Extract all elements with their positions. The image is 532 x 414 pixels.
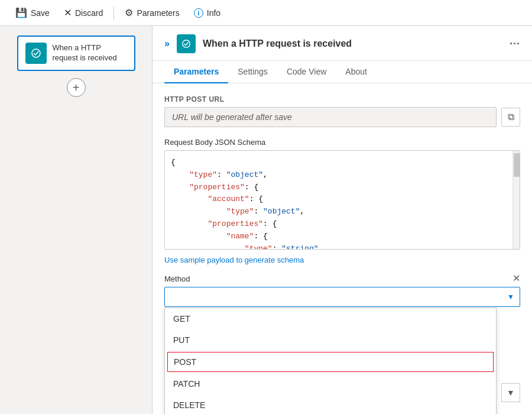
save-button[interactable]: 💾 Save xyxy=(9,4,56,22)
content-area: HTTP POST URL URL will be generated afte… xyxy=(153,83,532,414)
code-editor[interactable]: { "type": "object", "properties": { "acc… xyxy=(164,150,520,250)
method-section: Method ✕ ▼ GET PUT POS xyxy=(164,274,520,307)
parameters-icon: ⚙ xyxy=(125,7,133,18)
panel-header-icon xyxy=(177,34,196,53)
panel-header: » When a HTTP request is received ··· xyxy=(153,26,532,61)
svg-point-0 xyxy=(32,49,40,57)
toolbar-divider xyxy=(113,6,114,20)
save-icon: 💾 xyxy=(15,7,27,18)
svg-point-1 xyxy=(183,40,190,48)
chevron-down-icon: ▼ xyxy=(507,388,515,397)
more-options-button[interactable]: ··· xyxy=(510,38,520,50)
node-icon xyxy=(25,43,47,64)
dropdown-item-get[interactable]: GET xyxy=(165,308,496,329)
dropdown-item-put[interactable]: PUT xyxy=(165,329,496,351)
node-card[interactable]: When a HTTP request is received xyxy=(17,35,135,71)
tab-settings[interactable]: Settings xyxy=(228,61,277,83)
info-button[interactable]: i Info xyxy=(188,5,226,21)
node-label: When a HTTP request is received xyxy=(53,43,127,63)
info-icon: i xyxy=(194,8,203,18)
tab-code-view[interactable]: Code View xyxy=(277,61,336,83)
main-layout: When a HTTP request is received + » When… xyxy=(0,26,532,414)
url-input: URL will be generated after save xyxy=(164,107,497,127)
dropdown-item-post[interactable]: POST xyxy=(167,352,494,372)
method-dropdown: GET PUT POST PATCH DELETE xyxy=(164,308,497,414)
discard-icon: ✕ xyxy=(64,7,72,18)
scrollbar[interactable] xyxy=(512,151,520,249)
sample-payload-link[interactable]: Use sample payload to generate schema xyxy=(164,255,520,264)
schema-label: Request Body JSON Schema xyxy=(164,138,520,147)
panel-title: When a HTTP request is received xyxy=(203,38,502,49)
dropdown-item-patch[interactable]: PATCH xyxy=(165,373,496,394)
right-panel: » When a HTTP request is received ··· Pa… xyxy=(153,26,532,414)
copy-icon: ⧉ xyxy=(508,112,514,122)
scroll-down-button[interactable]: ▼ xyxy=(501,383,520,402)
add-step-button[interactable]: + xyxy=(67,78,86,97)
http-post-url-label: HTTP POST URL xyxy=(164,95,520,104)
method-select-container: ▼ GET PUT POST PATCH xyxy=(164,287,520,307)
copy-url-button[interactable]: ⧉ xyxy=(501,108,520,127)
tab-bar: Parameters Settings Code View About xyxy=(153,61,532,83)
scrollbar-thumb xyxy=(514,153,520,177)
code-content: { "type": "object", "properties": { "acc… xyxy=(165,151,520,250)
save-label: Save xyxy=(31,8,50,18)
parameters-label: Parameters xyxy=(137,8,179,18)
expand-button[interactable]: » xyxy=(164,38,170,49)
sidebar: When a HTTP request is received + xyxy=(0,26,153,414)
tab-parameters[interactable]: Parameters xyxy=(164,61,228,83)
discard-button[interactable]: ✕ Discard xyxy=(58,4,109,22)
url-field: URL will be generated after save ⧉ xyxy=(164,107,520,127)
method-label: Method xyxy=(164,274,190,283)
discard-label: Discard xyxy=(75,8,103,18)
toolbar: 💾 Save ✕ Discard ⚙ Parameters i Info xyxy=(0,0,532,26)
dropdown-item-delete[interactable]: DELETE xyxy=(165,394,496,414)
tab-about[interactable]: About xyxy=(336,61,377,83)
method-input[interactable] xyxy=(164,287,520,307)
info-label: Info xyxy=(207,8,220,18)
method-label-row: Method ✕ xyxy=(164,274,520,283)
clear-method-button[interactable]: ✕ xyxy=(512,274,520,283)
parameters-button[interactable]: ⚙ Parameters xyxy=(119,4,185,22)
